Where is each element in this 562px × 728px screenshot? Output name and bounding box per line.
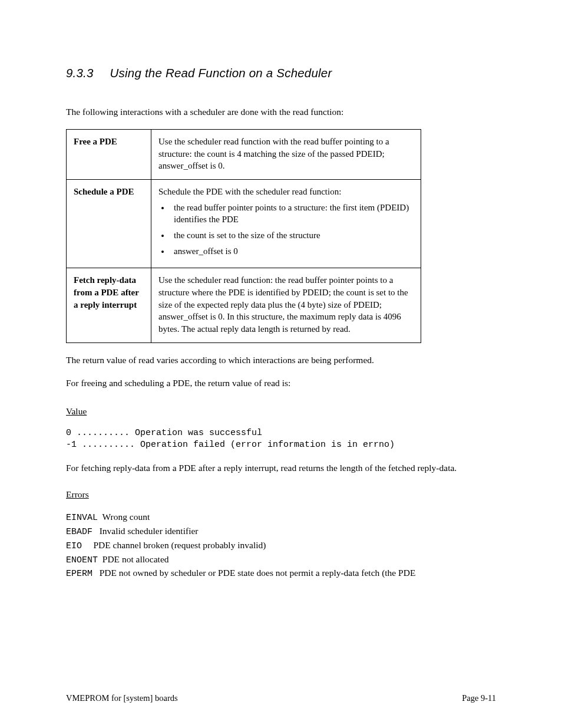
value-lines: 0 .......... Operation was successful -1… — [66, 427, 496, 452]
row-lead: Schedule the PDE with the scheduler read… — [158, 186, 414, 198]
footer-right: Page 9-11 — [462, 693, 496, 703]
section-heading: 9.3.3 Using the Read Function on a Sched… — [66, 66, 496, 80]
page-footer: VMEPROM for [system] boards Page 9-11 — [66, 693, 496, 703]
errors-block: Errors EINVAL Wrong count EBADF Invalid … — [66, 489, 496, 581]
table-row: Fetch reply-data from a PDE after a repl… — [67, 268, 421, 342]
row-desc: Schedule the PDE with the scheduler read… — [151, 179, 421, 268]
error-line: ENOENT PDE not allocated — [66, 553, 496, 567]
value-block: Value 0 .......... Operation was success… — [66, 406, 496, 452]
table-row: Free a PDE Use the scheduler read functi… — [67, 129, 421, 179]
paragraph: For freeing and scheduling a PDE, the re… — [66, 377, 496, 389]
section-title: Using the Read Function on a Scheduler — [110, 66, 332, 80]
error-line: EPERM PDE not owned by scheduler or PDE … — [66, 566, 496, 581]
bullet-list: the read buffer pointer points to a stru… — [158, 202, 414, 258]
interaction-table: Free a PDE Use the scheduler read functi… — [66, 129, 421, 343]
errors-label: Errors — [66, 489, 89, 499]
page: 9.3.3 Using the Read Function on a Sched… — [0, 0, 562, 728]
errors-list: EINVAL Wrong count EBADF Invalid schedul… — [66, 510, 496, 581]
row-desc: Use the scheduler read function: the rea… — [151, 268, 421, 342]
footer-left: VMEPROM for [system] boards — [66, 693, 178, 703]
bullet-item: answer_offset is 0 — [170, 245, 414, 258]
intro-paragraph: The following interactions with a schedu… — [66, 106, 496, 118]
section-number: 9.3.3 — [66, 66, 94, 80]
row-label: Fetch reply-data from a PDE after a repl… — [67, 268, 151, 342]
paragraph: The return value of read varies accordin… — [66, 354, 496, 366]
bullet-item: the count is set to the size of the stru… — [170, 229, 414, 242]
row-desc: Use the scheduler read function with the… — [151, 129, 421, 179]
row-label: Free a PDE — [67, 129, 151, 179]
error-line: EIO PDE channel broken (request probably… — [66, 539, 496, 553]
value-label: Value — [66, 406, 87, 416]
paragraph: For fetching reply-data from a PDE after… — [66, 462, 496, 474]
row-label: Schedule a PDE — [67, 179, 151, 268]
error-line: EINVAL Wrong count — [66, 510, 496, 525]
bullet-item: the read buffer pointer points to a stru… — [170, 202, 414, 226]
table-row: Schedule a PDE Schedule the PDE with the… — [67, 179, 421, 268]
error-line: EBADF Invalid scheduler identifier — [66, 525, 496, 539]
